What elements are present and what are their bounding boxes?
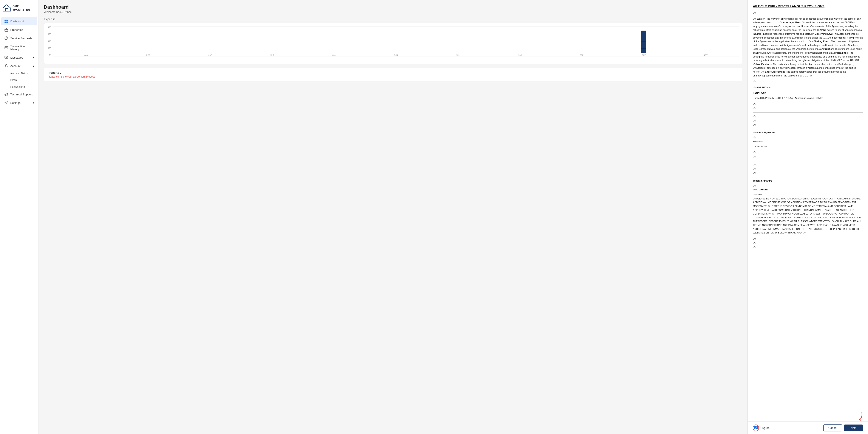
account-status-label: Account Status	[10, 72, 28, 75]
bar-oct: OCT	[641, 26, 646, 56]
footer-buttons: Cancel Next	[824, 424, 863, 431]
next-wrapper: Next	[844, 425, 863, 431]
svg-rect-13	[5, 56, 8, 58]
document-content: ARTICLE XVIII - MISCELLANOUS PROVISIONS …	[748, 0, 868, 422]
sidebar-item-settings[interactable]: Settings ▾	[1, 99, 37, 107]
service-icon	[4, 36, 8, 40]
messages-expand-icon: ▾	[33, 56, 34, 59]
agree-section: I Agree	[753, 425, 770, 431]
doc-tenant-line1: \r\n	[753, 150, 863, 155]
sidebar-item-technical-support[interactable]: Technical Support	[1, 90, 37, 98]
y-label-60: $60	[48, 33, 51, 35]
app-logo: OME TRUMPETER	[0, 0, 38, 15]
sidebar-item-transaction-history[interactable]: Transaction History	[1, 42, 37, 53]
doc-para-3: \r\n	[753, 80, 863, 84]
sidebar: OME TRUMPETER Dashboard Properties	[0, 0, 39, 434]
sidebar-item-messages[interactable]: Messages ▾	[1, 53, 37, 62]
doc-blank12: \r\n	[753, 245, 863, 250]
profile-label: Profile	[10, 79, 18, 82]
dashboard-icon	[4, 19, 8, 23]
doc-landlord-heading: LANDLORD:	[753, 91, 863, 95]
doc-blank4: \r\n	[753, 136, 863, 140]
support-icon	[4, 92, 8, 96]
doc-agreed: \r\nAGREED \r\n	[753, 86, 863, 90]
account-expand-icon: ▴	[33, 65, 34, 67]
doc-blank2: \r\n	[753, 119, 863, 123]
arrow-indicator	[850, 411, 863, 422]
svg-point-21	[6, 102, 7, 104]
document-footer: I Agree Cancel Next	[748, 422, 868, 434]
svg-rect-6	[5, 30, 8, 31]
property-name: Property 2	[48, 71, 739, 74]
doc-disclosure-heading: DISCLOSURE:	[753, 188, 863, 192]
doc-para-2: \r\n Waiver: The waiver of any breach sh…	[753, 17, 863, 78]
doc-landlord-name: Prince HO (Property 2, 315 E 12th Ave, A…	[753, 96, 863, 100]
doc-divider-4	[753, 177, 863, 177]
sidebar-item-dashboard-label: Dashboard	[10, 20, 24, 23]
property-alert: Please complete your agreement process	[48, 75, 739, 78]
property-status: Property 2 Please complete your agreemen…	[44, 68, 742, 81]
document-panel: ARTICLE XVIII - MISCELLANOUS PROVISIONS …	[747, 0, 868, 434]
bar-apr: APR	[270, 26, 274, 56]
doc-tenant-sig-label: Tenant Signature	[753, 179, 863, 183]
sidebar-item-account-status[interactable]: Account Status	[1, 70, 37, 77]
doc-divider-1	[753, 112, 863, 113]
bars-area: JAN FEB MAR	[53, 26, 739, 56]
expense-label: Expense	[44, 18, 742, 21]
cancel-button[interactable]: Cancel	[824, 424, 842, 431]
sidebar-item-service-requests[interactable]: Service Requests	[1, 34, 37, 42]
sidebar-item-profile[interactable]: Profile	[1, 77, 37, 83]
home-icon	[3, 4, 11, 12]
bar-sep: SEP	[579, 26, 584, 56]
page-subtitle: Welcome back, Prince	[44, 10, 742, 13]
doc-landlord-line1: \r\n	[753, 102, 863, 107]
y-label-40: $40	[48, 40, 51, 42]
agree-label: I Agree	[761, 426, 770, 430]
sidebar-item-account[interactable]: Account ▴	[1, 62, 37, 70]
doc-blank7: \r\n	[753, 171, 863, 175]
doc-landlord-sig-label: Landlord Signature	[753, 131, 863, 135]
doc-blank1: \r\n	[753, 114, 863, 119]
technical-support-label: Technical Support	[10, 93, 32, 96]
doc-blank10: \r\n	[753, 237, 863, 241]
doc-para-1: \r\n	[753, 11, 863, 15]
personal-info-label: Personal Info	[10, 85, 26, 88]
sidebar-item-transaction-label: Transaction History	[10, 45, 34, 51]
bar-aug: AUG	[518, 26, 522, 56]
doc-blank3: \r\n	[753, 123, 863, 127]
properties-icon	[4, 28, 8, 32]
settings-icon	[4, 101, 8, 105]
doc-divider-3	[753, 161, 863, 161]
bar-jan: JAN	[84, 26, 89, 56]
doc-tenant-line2: \r\n	[753, 155, 863, 159]
agree-checkbox[interactable]	[754, 426, 757, 429]
y-label-20: $20	[48, 47, 51, 50]
bar-mar: MAR	[208, 26, 212, 56]
doc-tenant-name: Prince Tenant	[753, 144, 863, 148]
expense-chart: $80 $60 $40 $20 $0	[44, 23, 742, 64]
sidebar-item-messages-label: Messages	[10, 56, 23, 59]
sidebar-item-service-label: Service Requests	[10, 37, 32, 40]
settings-label: Settings	[10, 101, 21, 105]
main-content: Dashboard Welcome back, Prince Expense $…	[39, 0, 747, 434]
y-label-80: $80	[48, 26, 51, 29]
account-icon	[4, 64, 8, 68]
svg-rect-1	[5, 9, 8, 11]
bar-nov: NOV	[703, 26, 708, 56]
doc-blank9: \r\n\r\n\r\n	[753, 193, 863, 197]
svg-rect-5	[6, 22, 8, 23]
y-axis: $80 $60 $40 $20 $0	[48, 26, 51, 61]
settings-expand-icon: ▾	[33, 102, 34, 104]
svg-point-16	[6, 94, 7, 95]
next-button[interactable]: Next	[844, 425, 863, 431]
svg-point-9	[6, 39, 6, 39]
sidebar-item-properties[interactable]: Properties	[1, 26, 37, 34]
bar-feb: FEB	[146, 26, 150, 56]
sidebar-item-dashboard[interactable]: Dashboard	[1, 17, 37, 25]
doc-blank11: \r\n	[753, 241, 863, 245]
sidebar-item-personal-info[interactable]: Personal Info	[1, 84, 37, 90]
bar-jul: JUL	[456, 26, 460, 56]
bar-may: MAY	[332, 26, 336, 56]
doc-landlord-line2: \r\n	[753, 107, 863, 111]
sidebar-item-properties-label: Properties	[10, 28, 23, 31]
